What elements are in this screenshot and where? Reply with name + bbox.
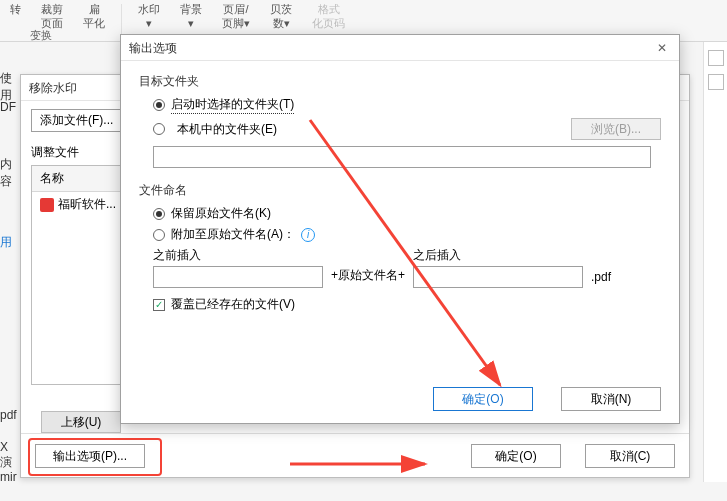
dialog-title-text: 输出选项 <box>129 35 177 61</box>
ok-button[interactable]: 确定(O) <box>471 444 561 468</box>
cancel-button[interactable]: 取消(C) <box>585 444 675 468</box>
list-item-label: 福昕软件... <box>58 196 116 213</box>
extension-label: .pdf <box>591 270 611 288</box>
after-insert-input[interactable] <box>413 266 583 288</box>
ribbon-group-label: 变换 <box>30 28 52 43</box>
left-text-7: mir <box>0 470 22 484</box>
right-panel-item[interactable] <box>708 74 724 90</box>
radio-local-folder[interactable] <box>153 123 165 135</box>
overwrite-label: 覆盖已经存在的文件(V) <box>171 296 295 313</box>
info-icon[interactable]: i <box>301 228 315 242</box>
folder-path-input[interactable] <box>153 146 651 168</box>
ok-button[interactable]: 确定(O) <box>433 387 533 411</box>
before-insert-label: 之前插入 <box>153 247 323 264</box>
radio-local-folder-label: 本机中的文件夹(E) <box>177 121 277 138</box>
ribbon-rotate[interactable]: 转 <box>4 0 27 41</box>
left-text-5: pdf <box>0 408 22 422</box>
left-text-3: 内容 <box>0 156 22 190</box>
close-icon[interactable]: ✕ <box>653 35 671 61</box>
left-text-2: DF <box>0 100 22 114</box>
move-up-button[interactable]: 上移(U) <box>41 411 121 433</box>
ribbon-flatten[interactable]: 扁平化 <box>77 0 111 41</box>
target-folder-group: 目标文件夹 <box>139 73 661 90</box>
output-options-dialog: 输出选项 ✕ 目标文件夹 启动时选择的文件夹(T) 本机中的文件夹(E) 浏览(… <box>120 34 680 424</box>
file-naming-group: 文件命名 <box>139 182 661 199</box>
browse-button: 浏览(B)... <box>571 118 661 140</box>
cancel-button[interactable]: 取消(N) <box>561 387 661 411</box>
radio-append-name-label: 附加至原始文件名(A)： <box>171 226 295 243</box>
after-insert-label: 之后插入 <box>413 247 583 264</box>
radio-startup-folder[interactable] <box>153 99 165 111</box>
before-insert-input[interactable] <box>153 266 323 288</box>
radio-startup-folder-label: 启动时选择的文件夹(T) <box>171 96 294 114</box>
left-text-6: X 演 <box>0 440 22 471</box>
right-panel <box>703 42 727 482</box>
add-file-button[interactable]: 添加文件(F)... <box>31 109 122 132</box>
pdf-icon <box>40 198 54 212</box>
radio-append-name[interactable] <box>153 229 165 241</box>
original-name-label: +原始文件名+ <box>331 267 405 288</box>
radio-keep-name-label: 保留原始文件名(K) <box>171 205 271 222</box>
right-panel-item[interactable] <box>708 50 724 66</box>
radio-keep-name[interactable] <box>153 208 165 220</box>
dialog-title-text: 移除水印 <box>29 75 77 101</box>
left-text-1: 使用 <box>0 70 22 104</box>
dialog-titlebar: 输出选项 ✕ <box>121 35 679 61</box>
left-text-4: 用 <box>0 234 22 251</box>
overwrite-checkbox[interactable]: ✓ <box>153 299 165 311</box>
output-options-button[interactable]: 输出选项(P)... <box>35 444 145 468</box>
